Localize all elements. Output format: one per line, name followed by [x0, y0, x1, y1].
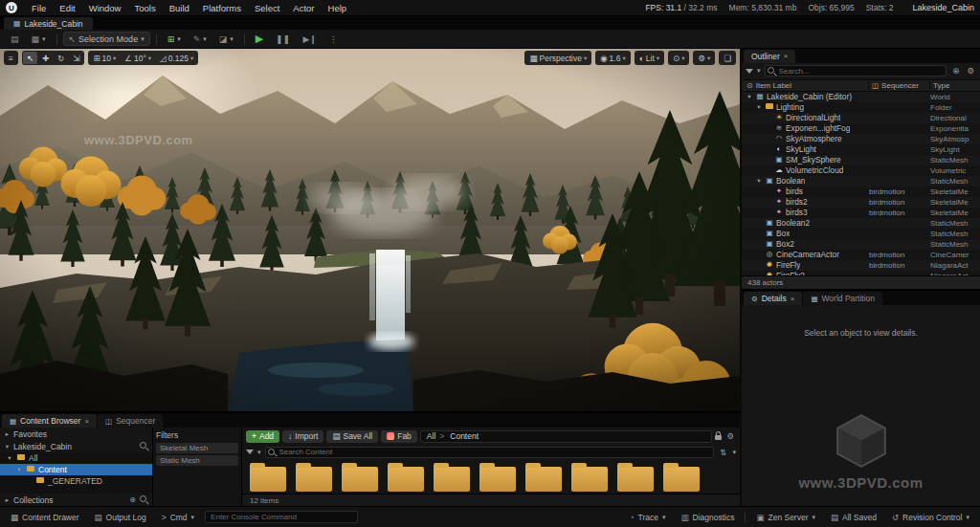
viewport-settings-button[interactable]: ⚙▾: [694, 52, 714, 64]
lock-icon[interactable]: [715, 435, 722, 440]
breadcrumb-item[interactable]: Content: [450, 431, 479, 441]
column-item-label[interactable]: ⊙Item Label: [742, 81, 869, 90]
outliner-row[interactable]: DirectionalLight Directional: [742, 113, 980, 123]
folder-tile[interactable]: [663, 467, 700, 492]
folder-tile[interactable]: [479, 467, 516, 492]
move-tool-button[interactable]: ✚: [38, 52, 53, 64]
save-all-button[interactable]: ▤Save All: [326, 430, 378, 443]
play-button[interactable]: ▶: [251, 32, 268, 46]
filter-icon[interactable]: [746, 69, 753, 74]
outliner-row[interactable]: SkyLight SkyLight: [742, 144, 980, 155]
rotate-tool-button[interactable]: ↻: [54, 52, 68, 64]
search-icon[interactable]: [140, 495, 148, 504]
close-icon[interactable]: ×: [784, 52, 789, 60]
content-drawer-button[interactable]: ▦Content Drawer: [6, 510, 84, 525]
gear-icon[interactable]: ⚙: [724, 431, 736, 441]
collections-section[interactable]: ▸ Collections ⊕: [0, 494, 152, 506]
view-mode-dropdown[interactable]: ◐Lit▾: [635, 52, 663, 64]
outliner-row[interactable]: ▾ Lighting Folder: [742, 102, 980, 113]
folder-tile[interactable]: [388, 467, 424, 492]
close-icon[interactable]: ×: [84, 417, 89, 426]
search-icon[interactable]: [140, 442, 148, 450]
skip-button[interactable]: ▶❙: [298, 32, 321, 46]
play-options-button[interactable]: ⋮: [324, 32, 343, 46]
outliner-row[interactable]: ▾ Lakeside_Cabin (Editor) World: [742, 92, 980, 102]
add-button[interactable]: +Add: [246, 430, 279, 443]
filter-icon[interactable]: [246, 450, 254, 454]
folder-tile[interactable]: [571, 467, 608, 492]
column-sequencer[interactable]: ◫Sequencer: [869, 81, 930, 90]
outliner-search-input[interactable]: [765, 65, 947, 77]
fab-button[interactable]: Fab: [381, 430, 417, 443]
menu-item[interactable]: Build: [163, 0, 196, 16]
menu-item[interactable]: Help: [322, 0, 354, 16]
pause-button[interactable]: ❚❚: [271, 32, 295, 46]
grid-snap-button[interactable]: ⊞10▾: [89, 52, 120, 64]
outliner-row[interactable]: Box StaticMesh: [742, 229, 980, 239]
editor-mode-dropdown[interactable]: ↖ Selection Mode ▾: [63, 32, 150, 46]
folder-tile[interactable]: [617, 467, 654, 492]
viewport-options-button[interactable]: ≡: [5, 52, 17, 64]
cinematics-button[interactable]: ◪▾: [214, 32, 238, 46]
outliner-row[interactable]: Box2 StaticMesh: [742, 239, 980, 250]
expander-icon[interactable]: ▾: [755, 103, 763, 111]
browse-modes-button[interactable]: ▦▾: [27, 32, 51, 46]
all-saved-indicator[interactable]: ▤All Saved: [826, 510, 881, 525]
tab-world-partition[interactable]: ▦ World Partition: [803, 292, 882, 305]
outliner-row[interactable]: CineCameraActor birdmotion CineCamer: [742, 250, 980, 260]
breadcrumb-item[interactable]: All: [427, 431, 448, 441]
expander-icon[interactable]: ▾: [746, 93, 753, 100]
path-breadcrumb[interactable]: AllContent: [420, 430, 713, 443]
show-flags-button[interactable]: ⊙▾: [669, 52, 688, 64]
select-tool-button[interactable]: ↖: [23, 52, 37, 64]
menu-item[interactable]: Tools: [127, 0, 162, 16]
import-button[interactable]: ↓Import: [282, 430, 323, 443]
menu-item[interactable]: Select: [248, 0, 286, 16]
revision-control-button[interactable]: ↺Revision Control▾: [887, 510, 974, 525]
outliner-row[interactable]: FireFly birdmotion NiagaraAct: [742, 260, 980, 271]
new-folder-icon[interactable]: ⊕: [950, 66, 961, 76]
scale-tool-button[interactable]: ⇲: [69, 52, 83, 64]
filter-chip[interactable]: Skeletal Mesh: [156, 443, 238, 453]
perspective-dropdown[interactable]: ▦Perspective▾: [525, 52, 590, 64]
sort-icon[interactable]: ⇅: [718, 448, 728, 457]
output-log-button[interactable]: ▤Output Log: [90, 510, 151, 525]
project-section[interactable]: ▾ Lakeside_Cabin: [0, 440, 152, 452]
folder-tile[interactable]: [525, 467, 562, 492]
outliner-row[interactable]: birds3 birdmotion SkeletalMe: [742, 208, 980, 218]
content-search-input[interactable]: [265, 447, 715, 458]
menu-item[interactable]: Actor: [286, 0, 321, 16]
close-icon[interactable]: ×: [791, 295, 795, 303]
menu-item[interactable]: Window: [82, 0, 128, 16]
diagnostics-button[interactable]: ▥Diagnostics: [676, 510, 739, 525]
console-command-input[interactable]: [205, 511, 358, 523]
tab-details[interactable]: ⚙ Details ×: [744, 292, 802, 305]
favorites-section[interactable]: ▸ Favorites: [0, 428, 152, 440]
content-tree-row[interactable]: ▾ All: [0, 452, 152, 464]
folder-tile[interactable]: [342, 467, 378, 492]
maximize-viewport-button[interactable]: ❏: [720, 52, 735, 64]
menu-item[interactable]: File: [25, 0, 53, 16]
folder-tile[interactable]: [250, 467, 286, 492]
outliner-row[interactable]: ▾ Boolean StaticMesh: [742, 176, 980, 187]
folder-tile[interactable]: [434, 467, 470, 492]
outliner-row[interactable]: birds birdmotion SkeletalMe: [742, 187, 980, 197]
outliner-row[interactable]: Exponen...ightFog Exponentia: [742, 123, 980, 134]
gear-icon[interactable]: ⚙: [965, 66, 976, 76]
content-tree-row[interactable]: _GENERATED: [0, 475, 152, 487]
folder-tile[interactable]: [296, 467, 332, 492]
camera-speed-button[interactable]: ◉1.6▾: [596, 52, 630, 64]
expander-icon[interactable]: ▾: [755, 177, 763, 185]
menu-item[interactable]: Platforms: [196, 0, 248, 16]
filter-chip[interactable]: Static Mesh: [156, 455, 238, 466]
zen-server-button[interactable]: ▣Zen Server▾: [751, 510, 820, 525]
expander-icon[interactable]: ▾: [6, 454, 13, 462]
scale-snap-button[interactable]: ◿0.125▾: [156, 52, 197, 64]
trace-button[interactable]: ◔Trace▾: [624, 510, 670, 525]
outliner-row[interactable]: SM_SkySphere StaticMesh: [742, 155, 980, 165]
outliner-row[interactable]: birds2 birdmotion SkeletalMe: [742, 197, 980, 208]
tab-outliner[interactable]: Outliner ×: [744, 50, 795, 63]
blueprints-button[interactable]: ✎▾: [189, 32, 212, 46]
tab-sequencer[interactable]: ◫ Sequencer: [98, 414, 163, 428]
cmd-dropdown[interactable]: >Cmd▾: [157, 510, 199, 525]
